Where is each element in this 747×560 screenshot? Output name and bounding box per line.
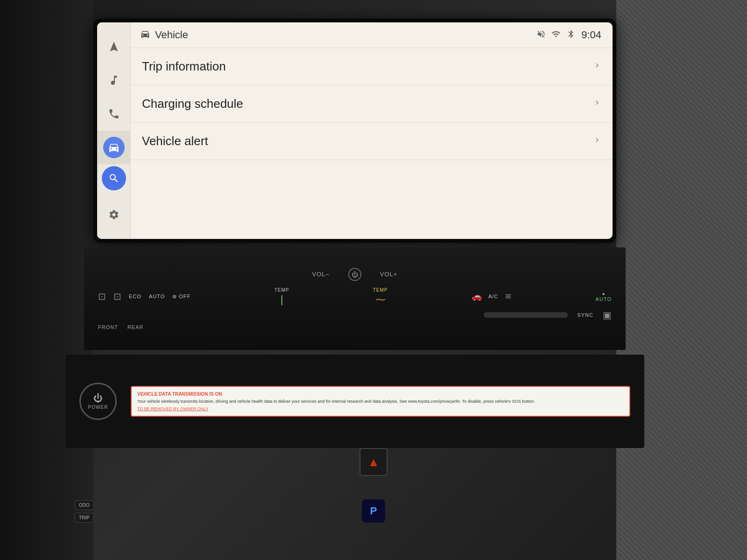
sidebar-item-vehicle[interactable] <box>97 131 131 164</box>
sync-label[interactable]: SYNC <box>577 312 593 318</box>
screen-title: Vehicle <box>155 29 188 41</box>
odo-trip-buttons: ODO TRIP <box>75 500 94 523</box>
vehicle-alert-chevron <box>593 136 601 147</box>
mute-icon <box>536 29 546 41</box>
slider-bar[interactable] <box>484 312 568 318</box>
signal-icon <box>551 29 561 41</box>
power-icon: ⏻ <box>93 393 103 404</box>
sidebar-item-navigation[interactable] <box>97 30 131 63</box>
power-button-large[interactable]: ⏻ POWER <box>79 383 117 420</box>
sidebar-item-music[interactable] <box>97 63 131 97</box>
menu-list: Trip information Charging schedule <box>131 48 613 239</box>
vol-minus-label[interactable]: VOL– <box>312 271 330 278</box>
odo-button[interactable]: ODO <box>75 500 94 510</box>
sticker-footer: TO BE REMOVED BY OWNER ONLY <box>137 406 624 413</box>
power-label: POWER <box>88 405 108 410</box>
rear-label[interactable]: REAR <box>127 324 144 330</box>
gear-indicator: P <box>362 499 385 523</box>
screen-header: Vehicle <box>131 22 613 48</box>
car-interior: Vehicle <box>0 0 747 560</box>
temp-bar-right: ⁓ <box>375 294 386 306</box>
defrost-icon[interactable]: ▣ <box>603 309 612 321</box>
bottom-controls-area: ⏻ POWER VEHICLE DATA TRANSMISSION IS ON … <box>65 355 644 448</box>
hazard-area: ▲ <box>359 448 388 476</box>
menu-item-vehicle-alert[interactable]: Vehicle alert <box>131 123 613 160</box>
search-button[interactable] <box>102 166 126 190</box>
trip-button[interactable]: TRIP <box>75 513 94 523</box>
clock-display: 9:04 <box>581 29 601 41</box>
left-panel <box>0 0 93 560</box>
vehicle-alert-label: Vehicle alert <box>142 134 208 148</box>
fan-off-label[interactable]: ⊛ OFF <box>172 294 190 300</box>
eco-label[interactable]: ECO <box>129 294 141 299</box>
trip-information-chevron <box>593 61 601 72</box>
vehicle-header-icon <box>140 29 150 41</box>
front-label[interactable]: FRONT <box>98 324 118 330</box>
sidebar-item-settings[interactable] <box>97 198 131 231</box>
auto-label[interactable]: AUTO <box>149 294 165 299</box>
temp-left-label: TEMP <box>275 287 289 293</box>
hazard-button[interactable]: ▲ <box>359 448 388 476</box>
car-vent-icon: 🚗 <box>472 291 482 301</box>
data-transmission-sticker: VEHICLE DATA TRANSMISSION IS ON Your veh… <box>131 386 630 417</box>
menu-item-trip-information[interactable]: Trip information <box>131 48 613 85</box>
ac-label[interactable]: A/C <box>488 294 498 299</box>
header-left: Vehicle <box>140 29 188 41</box>
header-right: 9:04 <box>536 29 601 41</box>
controls-area: VOL– ⏻ VOL+ ⊡ ⊡ ECO AUTO ⊛ OFF TEMP | TE… <box>84 247 626 350</box>
trip-information-label: Trip information <box>142 59 226 74</box>
sidebar-item-phone[interactable] <box>97 97 131 131</box>
charging-schedule-label: Charging schedule <box>142 97 243 111</box>
sticker-title: VEHICLE DATA TRANSMISSION IS ON <box>137 391 624 398</box>
auto-status-dot: ● <box>602 291 605 296</box>
wind-icon: ≋ <box>505 291 512 301</box>
sticker-body: Your vehicle wirelessly transmits locati… <box>137 399 624 405</box>
volume-controls: VOL– ⏻ VOL+ <box>312 268 398 281</box>
temp-bar-left: | <box>281 294 283 306</box>
bluetooth-icon <box>566 29 576 41</box>
temp-right-label: TEMP <box>373 287 388 293</box>
right-panel <box>616 0 747 560</box>
seat-heat-left-icon[interactable]: ⊡ <box>98 291 106 302</box>
screen-bezel: Vehicle <box>93 19 616 243</box>
vol-plus-label[interactable]: VOL+ <box>380 271 398 278</box>
menu-item-charging-schedule[interactable]: Charging schedule <box>131 85 613 123</box>
climate-row: ⊡ ⊡ ECO AUTO ⊛ OFF TEMP | TEMP ⁓ 🚗 A/C ≋… <box>84 287 626 306</box>
sidebar <box>97 22 131 239</box>
power-small-button[interactable]: ⏻ <box>348 268 361 281</box>
main-content: Vehicle <box>131 22 613 239</box>
auto-climate-label[interactable]: AUTO <box>596 296 612 302</box>
charging-schedule-chevron <box>593 98 601 109</box>
screen: Vehicle <box>97 22 613 239</box>
seat-heat-left2-icon[interactable]: ⊡ <box>113 291 121 302</box>
